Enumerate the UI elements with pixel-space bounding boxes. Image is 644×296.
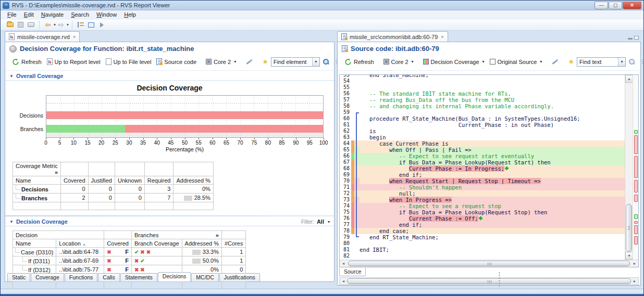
checkbox-icon[interactable] (490, 59, 496, 65)
title-bar[interactable]: ~ RVS - D:\Examples\missile-coverage.rvd… (1, 1, 643, 10)
view-maximize-icon[interactable] (634, 36, 639, 40)
bottom-tab-statements[interactable]: Statements (120, 273, 157, 281)
code-line[interactable]: 78 end case; (340, 228, 625, 234)
close-button[interactable]: ✕ (623, 2, 641, 9)
code-line[interactable]: 60 procedure RT_State_Machine(Bus_Data :… (340, 115, 625, 122)
code-line[interactable]: 79 end RT_State_Machine; (340, 234, 625, 240)
refresh-button[interactable]: Refresh (342, 57, 377, 67)
source-code-button[interactable]: Source code (154, 57, 199, 66)
scroll-up-icon[interactable]: ▲ (625, 75, 633, 83)
maximize-button[interactable]: ▢ (609, 2, 622, 9)
search-button[interactable] (626, 57, 638, 66)
col-addressed[interactable]: Addressed % (182, 239, 221, 248)
code-line[interactable]: 75 if Bus_Data = Phase_Lookup(Request_St… (340, 209, 625, 215)
code-line[interactable]: 64 case Current_Phase is (340, 140, 625, 147)
tab-close-icon[interactable]: × (441, 34, 443, 40)
code-line[interactable]: 81end IBIT; (340, 247, 625, 253)
code-line[interactable]: 59 (340, 109, 625, 115)
col-cores[interactable]: #Cores (221, 239, 245, 248)
metric-group-header[interactable]: Coverage Metric » (13, 162, 61, 176)
filter-value[interactable]: All (317, 218, 324, 225)
ruler-marker-covered[interactable] (634, 130, 638, 134)
find-text-combo[interactable]: Find text ▾ (577, 57, 626, 67)
search-button[interactable] (320, 57, 332, 66)
combo-dropdown-icon[interactable]: ▾ (312, 58, 319, 66)
tab-source[interactable]: Source (339, 268, 366, 276)
menu-file[interactable]: File (4, 11, 20, 18)
code-line[interactable]: 66 -- Expect to see request_start eventu… (340, 153, 625, 159)
show-layout-button[interactable] (86, 21, 96, 29)
ruler-marker-covered[interactable] (634, 214, 638, 219)
scroll-down-icon[interactable]: ▼ (625, 252, 633, 260)
menu-window[interactable]: Window (93, 11, 120, 18)
save-button[interactable] (16, 21, 25, 29)
code-line[interactable]: 71 -- Shouldn't happen (340, 184, 625, 190)
forward-dropdown[interactable]: ▾ (67, 22, 69, 27)
decision-group-header[interactable]: Decision (13, 231, 104, 239)
col-justified[interactable]: Justified (88, 176, 115, 185)
print-button[interactable] (26, 21, 35, 29)
minimize-button[interactable]: — (595, 2, 608, 9)
menu-edit[interactable]: Edit (20, 11, 38, 18)
code-line[interactable]: 69 end if; (340, 172, 625, 178)
original-source-toggle[interactable]: Original Source ▾ (487, 58, 545, 66)
code-line[interactable]: 65 when Off | Pass | Fail => (340, 147, 625, 153)
settings-button[interactable] (549, 57, 561, 67)
code-line[interactable]: 56 -- The standard IBIT state machine fo… (340, 91, 625, 97)
scroll-right-icon[interactable]: ► (631, 260, 638, 267)
ruler-marker-uncovered[interactable] (634, 221, 638, 224)
code-line[interactable]: 80 (340, 240, 625, 247)
vertical-scrollbar[interactable]: ▲ ▼ (625, 75, 633, 260)
col-covered[interactable]: Covered (104, 239, 132, 248)
ruler-marker-uncovered[interactable] (634, 156, 638, 178)
table-row[interactable]: Case (D310)..\ibit.adb:64-78✖F✔✖✖33.3%1 (13, 248, 246, 256)
run-button[interactable] (97, 21, 106, 29)
bottom-tab-static[interactable]: Static (7, 273, 30, 281)
branches-group-header[interactable]: Branches » (131, 231, 221, 239)
core-select[interactable]: Core 2 ▾ (381, 58, 416, 66)
find-element-input[interactable]: Find element (271, 59, 312, 65)
bottom-tab-coverage[interactable]: Coverage (31, 273, 64, 281)
decision-coverage-section-header[interactable]: ▼ Decision Coverage Filter: All ▾ (5, 216, 334, 226)
tab-ibit-adb[interactable]: missile_src\common\ibit.adb:60-79 × (337, 31, 448, 42)
tab-missile-coverage[interactable]: missile-coverage.rvd × (5, 31, 80, 42)
core-select[interactable]: Core 2 ▾ (203, 58, 239, 66)
scroll-left-icon[interactable]: ◄ (340, 260, 347, 267)
col-unknown[interactable]: Unknown (115, 176, 144, 185)
scroll-right-icon[interactable]: ► (631, 278, 638, 285)
coverage-mode-select[interactable]: Decision Coverage ▾ (420, 58, 487, 66)
code-line[interactable]: 70 when Request_Start | Request_Stop | T… (340, 178, 625, 184)
overview-ruler[interactable] (633, 75, 638, 260)
col-branch-coverage[interactable]: Branch Coverage (131, 239, 182, 248)
code-lines-area[interactable]: 53 end State_Machine;545556 -- The stand… (340, 75, 625, 260)
sash-drag-handle[interactable] (499, 272, 500, 288)
code-line[interactable]: 55 (340, 84, 625, 91)
menu-help[interactable]: Help (120, 11, 140, 18)
favorites-button[interactable]: ★ (259, 57, 271, 67)
ruler-marker-uncovered[interactable] (634, 135, 638, 154)
code-line[interactable]: 72 null; (340, 190, 625, 197)
settings-button[interactable] (243, 57, 255, 67)
combo-dropdown-icon[interactable]: ▾ (618, 58, 625, 66)
ruler-marker-uncovered[interactable] (634, 236, 638, 244)
ruler-marker-uncovered[interactable] (634, 180, 638, 192)
panel-horizontal-scrollbar[interactable]: ◄ ► (339, 277, 639, 285)
code-line[interactable]: 67 if Bus_Data = Phase_Lookup(Request_St… (340, 159, 625, 165)
col-name[interactable]: Name (13, 239, 56, 248)
code-line[interactable]: 73 when In_Progress => (340, 197, 625, 203)
view-minimize-icon[interactable] (628, 38, 633, 40)
favorites-button[interactable]: ★ (565, 57, 577, 67)
code-line[interactable]: 77 end if; (340, 222, 625, 228)
forward-button[interactable]: ⇨ (56, 21, 66, 29)
ruler-marker-uncovered[interactable] (634, 225, 638, 234)
scrollbar-thumb[interactable] (626, 204, 632, 252)
code-line[interactable]: 54 (340, 78, 625, 84)
code-line[interactable]: 68 Current_Phase := In_Progress; (340, 165, 625, 172)
tab-close-icon[interactable]: × (73, 34, 76, 40)
back-button[interactable]: ⇦ (43, 21, 53, 29)
menu-navigate[interactable]: Navigate (38, 11, 67, 18)
scrollbar-thumb[interactable] (347, 278, 631, 284)
up-to-file-level-button[interactable]: Up to File level (103, 57, 154, 66)
col-addressed[interactable]: Addressed % (174, 176, 213, 185)
bottom-tab-calls[interactable]: Calls (98, 273, 119, 281)
